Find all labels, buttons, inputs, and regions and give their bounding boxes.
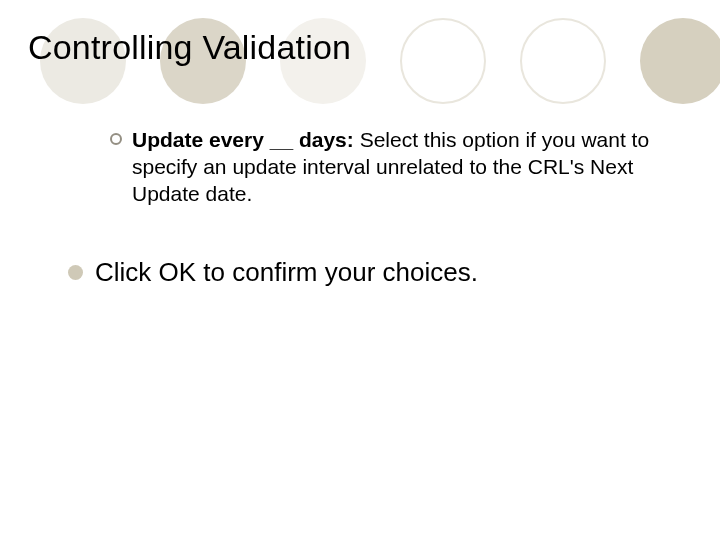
hollow-bullet-icon xyxy=(110,133,122,145)
main-bullet-text: Click OK to confirm your choices. xyxy=(95,256,478,290)
page-title: Controlling Validation xyxy=(28,28,680,67)
filled-bullet-icon xyxy=(68,265,83,280)
sub-bullet-bold: Update every __ days: xyxy=(132,128,354,151)
main-bullet-item: Click OK to confirm your choices. xyxy=(68,256,668,290)
sub-bullet-item: Update every __ days: Select this option… xyxy=(110,127,650,208)
sub-bullet-text: Update every __ days: Select this option… xyxy=(132,127,650,208)
